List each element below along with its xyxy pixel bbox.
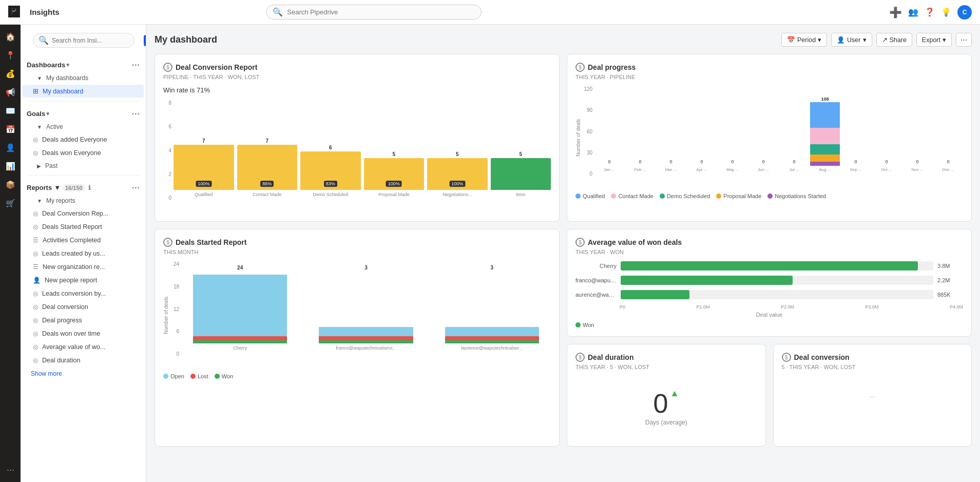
bar-qualified: 7 100%	[174, 138, 234, 190]
deals-started-legend: Open Lost Won	[163, 373, 551, 379]
period-button[interactable]: 📅 Period ▾	[781, 33, 827, 47]
user-button[interactable]: 👤 User ▾	[831, 33, 872, 47]
global-search-input[interactable]	[287, 8, 475, 16]
nav-contacts[interactable]: 👤	[2, 140, 18, 156]
past-item[interactable]: ▶ Past	[23, 160, 144, 171]
nav-calendar[interactable]: 📅	[2, 121, 18, 138]
dashboard-grid-icon: ⊞	[33, 87, 39, 95]
share-button[interactable]: ↗ Share	[876, 33, 912, 47]
bar-contact-made: 7 86%	[237, 138, 298, 190]
notifications-icon[interactable]: 👥	[908, 7, 918, 17]
report-2-label: Deals Started Report	[42, 223, 102, 230]
duration-number: 0	[653, 388, 668, 419]
legend-contact-made: Contact Made	[611, 193, 653, 199]
report-icon-10: ◎	[33, 330, 38, 337]
nav-campaigns[interactable]: 📢	[2, 84, 18, 101]
report-7-item[interactable]: ◎ Leads conversion by...	[23, 287, 144, 300]
report-2-item[interactable]: ◎ Deals Started Report	[23, 221, 144, 233]
bottom-right-row: $ Deal duration THIS YEAR · 5 · WON, LOS…	[567, 344, 972, 447]
sidebar-search-icon: 🔍	[39, 35, 49, 45]
goal-icon-2: ◎	[33, 149, 38, 157]
dp-may: 0	[718, 159, 747, 166]
global-search[interactable]: 🔍	[266, 5, 482, 20]
nav-more[interactable]: ⋯	[2, 461, 18, 478]
report-6-item[interactable]: 👤 New people report	[23, 274, 144, 286]
deal-progress-header: $ Deal progress	[575, 63, 963, 72]
my-dashboard-item[interactable]: ⊞ My dashboard	[23, 85, 144, 98]
deals-won-everyone-item[interactable]: ◎ Deals won Everyone	[23, 147, 144, 159]
export-button[interactable]: Export ▾	[916, 33, 952, 47]
dashboards-header[interactable]: Dashboards ▼ ⋯	[21, 56, 146, 72]
deal-conversion-small-subtitle: 5 · THIS YEAR · WON, LOST	[782, 364, 964, 370]
nav-insights[interactable]: 📊	[2, 158, 18, 175]
goals-more[interactable]: ⋯	[131, 109, 140, 119]
ds-bars-row: 24 3	[181, 261, 551, 343]
tips-icon[interactable]: 💡	[941, 7, 951, 17]
avg-row-franco: franco@waput... 2.2M	[575, 276, 963, 285]
my-reports-item[interactable]: ▼ My reports	[23, 195, 144, 206]
share-icon: ↗	[882, 36, 888, 44]
dp-jan: 0	[594, 159, 624, 166]
report-3-item[interactable]: ☰ Activities Completed	[23, 234, 144, 246]
past-label: Past	[45, 162, 57, 169]
nav-mail[interactable]: ✉️	[2, 103, 18, 119]
report-5-label: New organization re...	[43, 263, 105, 271]
dp-bars-row: 0 0 0 0	[594, 86, 963, 166]
sidebar-search[interactable]: 🔍	[33, 33, 134, 48]
legend-open: Open	[163, 373, 184, 379]
show-more-button[interactable]: Show more	[21, 367, 146, 380]
avg-x-axis: P0 P1.0M P2.0M P3.0M P4.0M	[575, 304, 963, 310]
reports-header[interactable]: Reports ▼ 16/150 ℹ ⋯	[21, 179, 146, 195]
report-1-item[interactable]: ◎ Deal Conversion Rep...	[23, 207, 144, 220]
ds-laurence: 3	[433, 265, 551, 343]
dp-oct: 0	[872, 159, 901, 166]
deal-duration-subtitle: THIS YEAR · 5 · WON, LOST	[575, 364, 757, 370]
dp-aug: 108	[810, 97, 840, 166]
nav-products[interactable]: 📦	[2, 177, 18, 193]
avg-row-cherry: Cherry 3.8M	[575, 261, 963, 271]
dp-y-axis-label: Number of deals	[575, 86, 581, 189]
duration-label: Days (average)	[645, 419, 687, 426]
bar-negotiations-fill: 100%	[427, 158, 488, 190]
report-12-item[interactable]: ◎ Deal duration	[23, 354, 144, 367]
bar-contact-fill: 86%	[237, 145, 298, 190]
dp-feb: 0	[625, 159, 655, 166]
report-icon-12: ◎	[33, 357, 38, 364]
report-9-label: Deal progress	[42, 317, 82, 324]
nav-deals[interactable]: 💰	[2, 66, 18, 82]
deals-won-everyone-label: Deals won Everyone	[42, 149, 101, 157]
goal-icon-1: ◎	[33, 136, 38, 143]
reports-info-icon[interactable]: ℹ	[88, 184, 91, 191]
report-11-item[interactable]: ◎ Average value of wo...	[23, 341, 144, 353]
deal-conversion-small-header: $ Deal conversion	[782, 353, 964, 362]
reports-more[interactable]: ⋯	[131, 183, 140, 192]
reports-chevron: ▼	[54, 184, 61, 191]
nav-marketplace[interactable]: 🛒	[2, 195, 18, 211]
deals-started-subtitle: THIS MONTH	[163, 249, 551, 255]
more-options-button[interactable]: ⋯	[956, 33, 972, 47]
report-5-item[interactable]: ☰ New organization re...	[23, 261, 144, 273]
deals-added-everyone-item[interactable]: ◎ Deals added Everyone	[23, 133, 144, 146]
active-item[interactable]: ▼ Active	[23, 121, 144, 132]
report-10-item[interactable]: ◎ Deals won over time	[23, 327, 144, 340]
nav-home[interactable]: 🏠	[2, 29, 18, 45]
report-4-item[interactable]: ◎ Leads created by us...	[23, 247, 144, 260]
conversion-chart-area: 8 6 4 2 0 7 100%	[163, 100, 551, 213]
help-icon[interactable]: ❓	[925, 7, 935, 17]
bars-row: 7 100% 7 86%	[174, 100, 551, 190]
report-8-item[interactable]: ◎ Deal conversion	[23, 301, 144, 313]
sidebar-search-input[interactable]	[52, 37, 129, 44]
avatar[interactable]: C	[957, 5, 972, 20]
my-dashboards-item[interactable]: ▼ My dashboards	[23, 72, 144, 84]
dashboards-more[interactable]: ⋯	[131, 60, 140, 70]
top-bar: 🅿 Insights 🔍 ➕ 👥 ❓ 💡 C	[0, 0, 980, 25]
nav-leads[interactable]: 📍	[2, 47, 18, 64]
report-9-item[interactable]: ◎ Deal progress	[23, 314, 144, 326]
dp-dec: 0	[933, 159, 963, 166]
goals-header[interactable]: Goals ▼ ⋯	[21, 105, 146, 121]
add-icon[interactable]: ➕	[889, 6, 902, 18]
avg-value-card: $ Average value of won deals THIS YEAR ·…	[567, 229, 972, 337]
deal-progress-title: Deal progress	[588, 63, 636, 71]
my-dashboards-label: My dashboards	[46, 74, 88, 82]
report-10-label: Deals won over time	[42, 330, 100, 337]
